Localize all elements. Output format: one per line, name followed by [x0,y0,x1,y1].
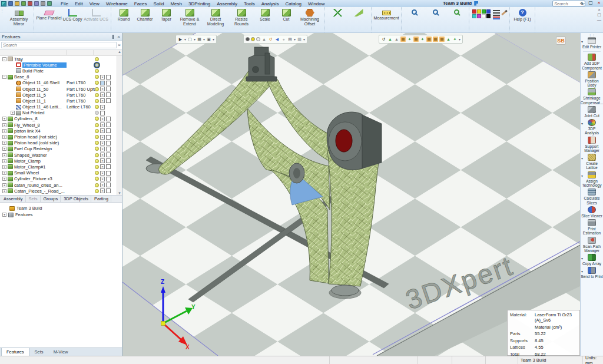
sidebar-item-create-lattice[interactable]: ▾Create Lattice [581,154,603,170]
instances-icon[interactable] [106,188,111,193]
tree-row[interactable]: −Tray [0,56,122,62]
circle-icon[interactable]: ● [281,37,286,42]
color-swatch[interactable] [472,9,476,14]
exclude-icon[interactable]: × [100,158,105,163]
chevron-down-icon[interactable]: ▾ [581,121,583,125]
viewport[interactable]: 3DXpert [122,33,580,356]
cursor-icon[interactable]: ▲ [394,37,399,42]
scissors-button[interactable] [327,8,348,16]
sidebar-item-copy-array[interactable]: ▾Copy Array [581,254,603,266]
bulb-dim-icon[interactable] [256,37,260,41]
tree-row[interactable]: Object 11_50Part LT60 Upfac...× [0,86,122,92]
chevron-down-icon[interactable]: ▾ [581,156,583,160]
expand-icon[interactable]: + [2,159,6,163]
zoom-in-button[interactable] [403,8,425,15]
chevron-down-icon[interactable]: ▾ [581,256,583,260]
expand-icon[interactable]: + [2,135,6,139]
visibility-bulb-icon[interactable] [95,69,99,73]
tree-row[interactable]: +piston link X4× [0,128,122,134]
visibility-bulb-icon[interactable] [95,111,99,115]
snapshot-icon[interactable] [34,1,39,6]
green-icon[interactable]: ✦ [407,37,412,42]
visibility-bulb-icon[interactable] [95,159,99,163]
instances-icon[interactable] [106,135,111,140]
instances-icon[interactable] [106,98,111,103]
color-swatch[interactable] [482,14,486,18]
exclude-icon[interactable]: × [100,117,105,121]
tree-row[interactable]: Printable Volume [0,62,122,68]
bulb-on-icon[interactable] [251,37,255,41]
visibility-bulb-icon[interactable] [95,135,99,139]
zoom-window-button[interactable] [425,8,446,15]
expand-icon[interactable]: + [2,117,6,121]
surface-button[interactable] [348,8,369,16]
sidebar-item-send-to-print[interactable]: ▾Send to Print [581,267,603,279]
scale-button[interactable]: Scale [254,8,276,22]
tree-row[interactable]: Object 11_46 Latti...Lattice LT60× [0,104,122,110]
orange-arrow-icon[interactable]: ↺ [268,37,273,42]
close-button[interactable]: × [596,0,602,5]
assembly-icon[interactable] [21,1,26,6]
visibility-bulb-icon[interactable] [95,87,99,91]
line-style-solid-icon[interactable] [493,10,500,11]
menu-catalog[interactable]: Catalog [282,1,304,7]
settings-icon[interactable] [41,1,45,6]
menu-edit[interactable]: Edit [72,1,86,7]
restore-icon[interactable]: ▢ [597,12,601,17]
search-input[interactable] [554,1,580,6]
green-icon[interactable]: ✦ [452,37,458,42]
menu-solid[interactable]: Solid [151,1,167,7]
visibility-bulb-icon[interactable] [95,81,99,85]
line-style-color-icon[interactable] [493,15,500,16]
visibility-bulb-icon[interactable] [95,93,99,97]
instances-icon[interactable] [106,158,111,163]
instances-icon[interactable] [106,183,111,187]
color-swatch[interactable] [482,9,486,14]
tab-assembly[interactable]: Assembly [1,196,26,202]
color-swatch[interactable] [477,14,481,18]
rotate-icon[interactable]: ↺ [381,37,386,42]
zoom-selected-button[interactable] [446,8,467,15]
cut-button[interactable]: Cut [276,8,297,22]
chamfer-button[interactable]: Chamfer [134,8,155,22]
tree-row[interactable]: +Not Printed [0,110,122,116]
person-icon[interactable]: ▲ [387,37,393,42]
menu-3dprinting[interactable]: 3DPrinting [185,1,213,7]
dropdown-icon[interactable]: ▾ [294,37,296,41]
menu-wireframe[interactable]: Wireframe [103,1,131,7]
pick-icon[interactable]: ▶ [178,37,183,42]
orange-icon[interactable]: ▦ [400,37,406,42]
sidebar-item-shrinkage-compensation[interactable]: Shrinkage Compensat... [581,88,603,105]
instances-icon[interactable] [106,177,111,181]
exclude-icon[interactable]: × [100,141,105,145]
sidebar-item-joint-cut[interactable]: Joint Cut [581,106,603,118]
fence-icon[interactable]: ▦ [197,37,202,42]
visibility-bulb-icon[interactable] [95,165,99,169]
instances-icon[interactable] [106,75,111,80]
dropdown-icon[interactable]: ▾ [184,37,186,41]
exclude-icon[interactable]: × [100,183,105,187]
expand-icon[interactable]: + [2,123,6,127]
visibility-bulb-icon[interactable] [95,105,99,109]
frame-icon[interactable]: ▢ [187,37,193,42]
tree-row[interactable]: +Motor_Clamp#1× [0,164,122,170]
expand-icon[interactable]: + [2,141,6,145]
expand-icon[interactable]: + [11,111,15,115]
visibility-bulb-icon[interactable] [95,129,99,133]
color-swatch[interactable] [486,9,491,14]
tab-3dp-objects[interactable]: 3DP Objects [61,196,91,202]
collapse-icon[interactable]: − [2,57,6,61]
bottom-tab-sets[interactable]: Sets [30,348,48,356]
collapse-icon[interactable]: − [2,75,6,79]
instances-icon[interactable] [106,141,111,145]
pin-icon[interactable] [112,35,114,39]
visibility-bulb-icon[interactable] [95,147,99,151]
color-swatch[interactable] [486,14,491,18]
expand-icon[interactable]: + [2,213,6,217]
blue-arrow-icon[interactable]: ◀ [274,37,280,42]
instances-icon[interactable] [106,81,111,85]
dropdown-icon[interactable]: ▾ [459,37,460,41]
orange-icon[interactable]: ▦ [439,37,445,42]
line-style-dashed-icon[interactable] [493,12,500,14]
clear-search-icon[interactable]: × [118,42,121,48]
